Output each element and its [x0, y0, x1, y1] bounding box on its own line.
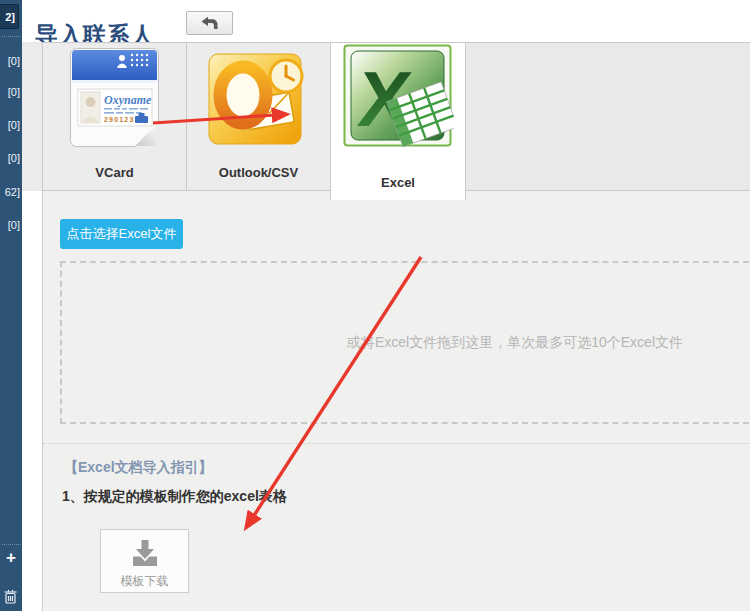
tab-vcard[interactable]: Oxyname 290123122 VCard — [42, 42, 187, 191]
sidebar-divider — [2, 544, 21, 545]
guide-heading: 【Excel文档导入指引】 — [64, 459, 213, 477]
sidebar-item[interactable]: [0] — [0, 152, 22, 164]
sidebar-item-selected[interactable]: 2] — [0, 4, 19, 29]
select-excel-file-button[interactable]: 点击选择Excel文件 — [60, 219, 183, 249]
tab-excel-label: Excel — [331, 175, 465, 190]
dropzone-hint: 或将Excel文件拖到这里，单次最多可选10个Excel文件 — [347, 334, 683, 352]
tab-outlook-csv-label: Outlook/CSV — [187, 165, 330, 180]
back-button[interactable] — [186, 11, 233, 35]
vcard-icon: Oxyname 290123122 — [69, 47, 161, 153]
sidebar-item[interactable]: [0] — [0, 86, 22, 98]
excel-import-panel: 点击选择Excel文件 或将Excel文件拖到这里，单次最多可选10个Excel… — [42, 190, 750, 611]
guide-step-1: 1、按规定的模板制作您的excel表格 — [62, 488, 287, 506]
trash-icon[interactable] — [4, 589, 17, 608]
import-contacts-window: 2] [0] [0] [0] [0] 62] [0] + 导入联系人 — [0, 0, 750, 611]
add-button[interactable]: + — [0, 549, 22, 567]
outlook-icon — [207, 49, 309, 153]
sidebar-divider — [2, 36, 21, 37]
sidebar-item[interactable]: [0] — [0, 219, 22, 231]
sidebar-item[interactable]: [0] — [0, 55, 22, 67]
tab-strip-filler — [465, 42, 750, 191]
template-download-button[interactable]: 模板下载 — [100, 529, 189, 593]
sidebar: 2] [0] [0] [0] [0] 62] [0] + — [0, 0, 22, 611]
tab-outlook-csv[interactable]: Outlook/CSV — [186, 42, 331, 191]
template-download-label: 模板下载 — [101, 573, 188, 590]
excel-icon: X — [343, 44, 454, 153]
vcard-sample-name: Oxyname — [104, 93, 152, 107]
sidebar-item[interactable]: 62] — [0, 186, 22, 198]
tab-excel[interactable]: X Excel — [330, 42, 466, 200]
sidebar-item[interactable]: [0] — [0, 119, 22, 131]
undo-arrow-icon — [200, 16, 219, 30]
download-icon — [130, 532, 160, 570]
section-divider — [43, 443, 750, 444]
excel-dropzone[interactable]: 或将Excel文件拖到这里，单次最多可选10个Excel文件 — [60, 261, 750, 424]
tab-vcard-label: VCard — [43, 165, 186, 180]
